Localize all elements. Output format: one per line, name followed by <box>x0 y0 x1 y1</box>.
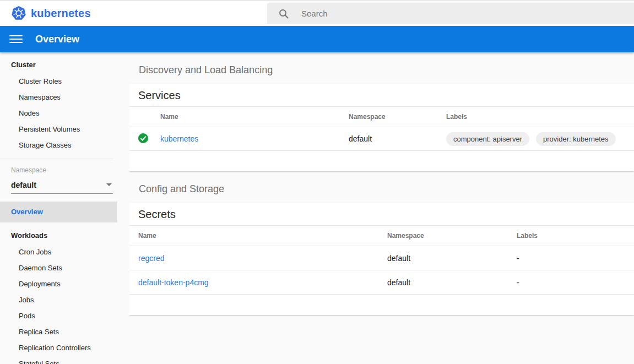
services-card-title: Services <box>129 84 634 106</box>
status-ok-icon <box>138 133 148 143</box>
service-link-kubernetes[interactable]: kubernetes <box>160 134 198 143</box>
secrets-card: Secrets Name Namespace Labels regcred de… <box>129 203 634 315</box>
brand-home-link[interactable]: kubernetes <box>11 6 91 21</box>
kubernetes-logo-icon <box>11 6 26 21</box>
secret-link-default-token[interactable]: default-token-p4cmg <box>138 278 209 287</box>
label-chip: component: apiserver <box>446 132 529 146</box>
sidebar-item-overview[interactable]: Overview <box>0 202 117 222</box>
namespace-selected-value: default <box>11 181 36 189</box>
main-content: Discovery and Load Balancing Services Na… <box>129 52 634 364</box>
sidebar-item-replication-controllers[interactable]: Replication Controllers <box>0 340 129 356</box>
secret-namespace: default <box>387 278 517 287</box>
menu-icon[interactable] <box>9 33 23 45</box>
sidebar-item-deployments[interactable]: Deployments <box>0 276 129 292</box>
table-row: regcred default - <box>129 246 634 270</box>
namespace-select[interactable]: default <box>11 176 113 194</box>
sidebar: Cluster Cluster Roles Namespaces Nodes P… <box>0 52 129 364</box>
column-header-labels: Labels <box>446 113 634 121</box>
secrets-card-footer <box>129 294 634 315</box>
sidebar-item-nodes[interactable]: Nodes <box>0 105 129 121</box>
services-card: Services Name Namespace Labels kubernete… <box>129 84 634 171</box>
sidebar-header-cluster: Cluster <box>0 57 129 73</box>
sidebar-item-cron-jobs[interactable]: Cron Jobs <box>0 244 129 260</box>
sidebar-item-daemon-sets[interactable]: Daemon Sets <box>0 260 129 276</box>
section-heading-config: Config and Storage <box>139 183 634 195</box>
app-header: kubernetes <box>0 0 634 26</box>
secrets-card-title: Secrets <box>129 203 634 225</box>
secret-labels: - <box>517 278 634 287</box>
label-chip: provider: kubernetes <box>536 132 616 146</box>
page-title: Overview <box>35 34 79 45</box>
table-row: default-token-p4cmg default - <box>129 270 634 294</box>
sidebar-item-jobs[interactable]: Jobs <box>0 292 129 308</box>
sidebar-item-storage-classes[interactable]: Storage Classes <box>0 137 129 153</box>
section-heading-discovery: Discovery and Load Balancing <box>139 64 634 76</box>
sidebar-item-cluster-roles[interactable]: Cluster Roles <box>0 73 129 89</box>
service-namespace: default <box>349 134 446 143</box>
secrets-table-header: Name Namespace Labels <box>129 225 634 246</box>
column-header-namespace: Namespace <box>349 113 446 121</box>
sidebar-item-replica-sets[interactable]: Replica Sets <box>0 324 129 340</box>
services-card-footer <box>129 150 634 171</box>
column-header-name: Name <box>160 113 349 121</box>
search-bar[interactable] <box>267 3 634 24</box>
brand-name: kubernetes <box>31 7 91 20</box>
sidebar-item-namespaces[interactable]: Namespaces <box>0 89 129 105</box>
sidebar-item-persistent-volumes[interactable]: Persistent Volumes <box>0 121 129 137</box>
search-input[interactable] <box>301 9 634 18</box>
sidebar-item-stateful-sets[interactable]: Stateful Sets <box>0 356 129 364</box>
namespace-label: Namespace <box>0 166 129 174</box>
search-icon <box>278 8 289 19</box>
column-header-labels: Labels <box>517 232 634 240</box>
services-table-header: Name Namespace Labels <box>129 106 634 127</box>
toolbar: Overview <box>0 26 634 52</box>
chevron-down-icon <box>106 183 112 186</box>
column-header-namespace: Namespace <box>387 232 517 240</box>
secret-labels: - <box>517 254 634 263</box>
sidebar-item-pods[interactable]: Pods <box>0 308 129 324</box>
secret-link-regcred[interactable]: regcred <box>138 254 164 263</box>
table-row: kubernetes default component: apiserver … <box>129 127 634 150</box>
sidebar-header-workloads: Workloads <box>0 227 129 244</box>
sidebar-divider <box>0 159 113 159</box>
app-window: kubernetes Overview Cluster Cluster Role… <box>0 0 634 364</box>
service-labels: component: apiserver provider: kubernete… <box>446 132 634 146</box>
secret-namespace: default <box>387 254 517 263</box>
column-header-name: Name <box>138 232 387 240</box>
